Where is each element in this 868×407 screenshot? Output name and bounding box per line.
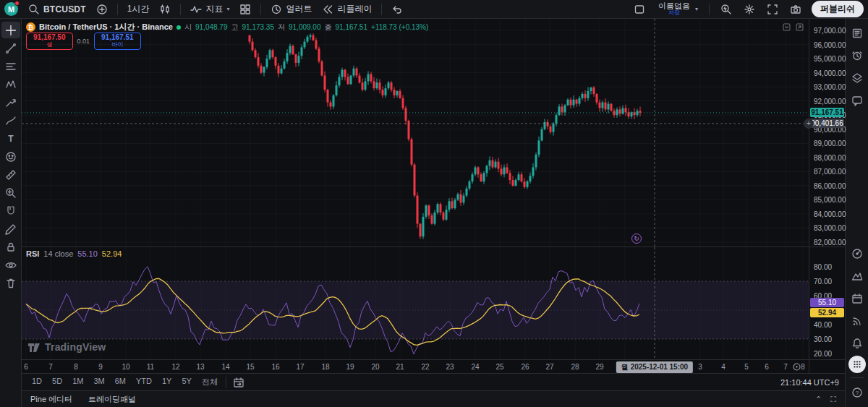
tool-text[interactable]: T	[1, 130, 20, 147]
time-tick: 5	[744, 363, 749, 371]
open-label: 시	[184, 22, 192, 33]
sidebar-notifications-bell-button[interactable]	[847, 333, 867, 354]
panel-expand-chevron-icon[interactable]: ⌃	[815, 395, 822, 404]
goto-date-button[interactable]	[233, 377, 244, 388]
tool-zoom-in[interactable]	[1, 184, 20, 201]
tool-crosshair[interactable]	[1, 22, 20, 38]
add-alert-plus-button[interactable]: +	[804, 119, 814, 129]
layout-name-button[interactable]: 이름없음 저장 ▾	[652, 1, 702, 18]
tab-trading-panel[interactable]: 트레이딩패널	[88, 394, 136, 405]
price-scale[interactable]: 97,000.0096,000.0095,000.0094,000.0093,0…	[809, 19, 845, 247]
range-button-3m[interactable]: 3M	[89, 375, 109, 389]
sidebar-ideas-mountain-button[interactable]	[847, 266, 867, 286]
pane-maximize-button[interactable]	[795, 22, 804, 32]
ruler-icon	[5, 169, 17, 181]
layout-templates-button[interactable]	[235, 2, 255, 17]
snapshot-camera-button[interactable]	[786, 2, 806, 17]
rsi-value-badge: 55.10	[810, 298, 844, 307]
range-button-1d[interactable]: 1D	[27, 375, 46, 389]
layout-square-icon[interactable]	[629, 2, 650, 17]
sell-button[interactable]: 91,167.50 셀	[26, 33, 73, 50]
rsi-ma-badge: 52.94	[810, 308, 844, 317]
sidebar-watchlist-button[interactable]	[847, 23, 867, 43]
chart-legend[interactable]: ₿ Bitcoin / TetherUS · 1시간 · Binance 시91…	[26, 22, 428, 33]
sidebar-chat-button[interactable]	[847, 90, 867, 111]
clock[interactable]: 21:10:44 UTC+9	[780, 378, 839, 387]
time-tick: 11	[147, 363, 154, 371]
sidebar-news-rss-button[interactable]	[847, 311, 867, 331]
tool-trash[interactable]	[1, 275, 20, 291]
range-button-6m[interactable]: 6M	[111, 375, 130, 389]
user-avatar[interactable]: M	[4, 2, 18, 16]
tool-ruler[interactable]	[1, 166, 20, 183]
range-buttons: 1D5D1M3M6MYTD1Y5Y전체	[27, 375, 222, 389]
tool-fib-retracement[interactable]	[1, 58, 20, 74]
sidebar-alarm-clock-button[interactable]	[847, 46, 867, 66]
range-button-5y[interactable]: 5Y	[177, 375, 195, 389]
symbol-search-button[interactable]: BTCUSDT	[24, 2, 90, 17]
rsi-legend[interactable]: RSI 14 close 55.10 52.94	[26, 249, 122, 258]
time-tick: 14	[221, 363, 229, 371]
indicators-button[interactable]: 지표 ▾	[186, 1, 234, 17]
range-button-전체[interactable]: 전체	[197, 375, 222, 389]
tool-pencil[interactable]	[1, 220, 20, 237]
symbol-title: Bitcoin / TetherUS · 1시간 · Binance	[39, 22, 173, 33]
undo-button[interactable]	[387, 2, 407, 17]
tab-pine-editor[interactable]: Pine 에디터	[30, 394, 72, 405]
time-tick: 9	[98, 363, 103, 371]
publish-button[interactable]: 퍼블리쉬	[812, 1, 864, 17]
buy-button[interactable]: 91,167.51 바이	[94, 33, 141, 50]
range-button-1y[interactable]: 1Y	[158, 375, 176, 389]
pane-controls	[782, 22, 804, 32]
event-marker[interactable]: ↻	[631, 234, 642, 244]
sidebar-help-button[interactable]: ?	[847, 382, 867, 403]
zoom-in-icon	[5, 187, 17, 199]
tool-magnet[interactable]	[1, 202, 20, 219]
rsi-scale[interactable]: 80.0070.0060.0040.0030.0020.0055.1052.94	[809, 247, 845, 359]
tool-emoji[interactable]	[1, 148, 20, 165]
chart-canvas[interactable]	[22, 19, 809, 247]
tool-forecast[interactable]	[1, 94, 20, 111]
pane-collapse-button[interactable]	[782, 22, 791, 32]
sidebar-apps-grid-button[interactable]	[848, 356, 866, 373]
range-button-5d[interactable]: 5D	[48, 375, 67, 389]
quick-search-button[interactable]	[716, 2, 736, 17]
emoji-icon	[5, 151, 17, 163]
fullscreen-button[interactable]	[762, 2, 783, 17]
close-label: 종	[325, 22, 332, 33]
tool-lock[interactable]	[1, 239, 20, 255]
scroll-to-realtime-button[interactable]	[792, 362, 801, 372]
range-button-1m[interactable]: 1M	[68, 375, 88, 389]
time-tick: 3	[698, 363, 702, 371]
sidebar-object-tree-button[interactable]	[847, 68, 867, 88]
interval-button[interactable]: 1시간	[123, 1, 154, 17]
sidebar-calendar-button[interactable]	[847, 288, 867, 309]
notification-dot	[14, 1, 20, 6]
chart-canvas[interactable]	[22, 247, 809, 360]
tool-eye[interactable]	[1, 257, 20, 273]
alert-button[interactable]: 얼러트	[266, 1, 316, 17]
tool-trend-line[interactable]	[1, 40, 20, 56]
xabcd-pattern-icon	[5, 79, 17, 90]
tradingview-watermark: TradingView	[27, 340, 106, 354]
price-pane[interactable]: ₿ Bitcoin / TetherUS · 1시간 · Binance 시91…	[22, 19, 809, 247]
svg-text:?: ?	[855, 390, 859, 396]
save-hint-label[interactable]: 저장	[668, 9, 680, 17]
tool-xabcd-pattern[interactable]	[1, 76, 20, 93]
compare-add-button[interactable]	[92, 2, 112, 17]
settings-gear-button[interactable]	[739, 2, 760, 17]
indicator-pulse-icon	[190, 4, 202, 15]
sidebar-gauge-button[interactable]	[847, 244, 867, 264]
top-toolbar: M BTCUSDT 1시간 지표 ▾ 얼러트 리플레이	[0, 0, 868, 19]
panel-maximize-icon[interactable]: ⛶	[830, 395, 836, 404]
high-label: 고	[231, 22, 239, 33]
rsi-pane[interactable]: RSI 14 close 55.10 52.94 TradingView	[22, 247, 809, 359]
replay-button[interactable]: 리플레이	[318, 1, 376, 17]
divider	[260, 4, 261, 15]
time-axis[interactable]: 6789101112131415161718192021222324252627…	[22, 359, 809, 374]
chart-type-button[interactable]	[155, 2, 175, 17]
tool-brush[interactable]	[1, 112, 20, 129]
range-button-ytd[interactable]: YTD	[132, 375, 156, 389]
brush-icon	[5, 115, 17, 127]
forecast-icon	[5, 97, 17, 108]
